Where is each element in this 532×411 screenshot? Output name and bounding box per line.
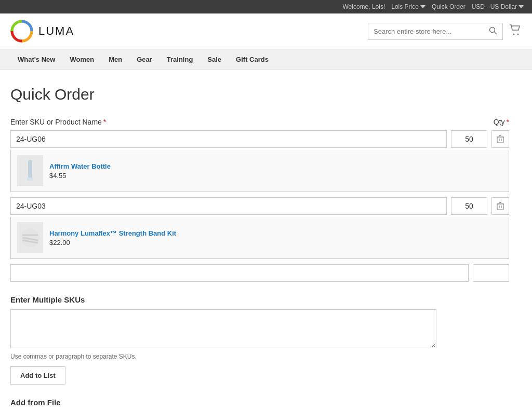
delete-row-2-button[interactable] <box>491 197 509 215</box>
welcome-text: Welcome, Lois! <box>342 3 385 10</box>
sku-row-3 <box>10 264 509 282</box>
file-section-label: Add from File <box>10 398 509 407</box>
top-bar: Welcome, Lois! Lois Price Quick Order US… <box>0 0 532 13</box>
nav-item-gear[interactable]: Gear <box>129 49 159 70</box>
svg-rect-11 <box>27 177 33 181</box>
product-name-link-2[interactable]: Harmony Lumaflex™ Strength Band Kit <box>49 229 176 237</box>
cart-icon[interactable] <box>509 24 522 38</box>
svg-point-3 <box>513 33 515 35</box>
svg-rect-10 <box>28 160 32 179</box>
header-right <box>368 23 522 40</box>
user-dropdown[interactable]: Lois Price <box>391 3 425 10</box>
logo[interactable]: LUMA <box>10 20 74 43</box>
nav-item-gift-cards[interactable]: Gift Cards <box>229 49 276 70</box>
add-to-list-button[interactable]: Add to List <box>10 366 65 385</box>
sku-input-1[interactable] <box>10 130 447 148</box>
product-price-1: $4.55 <box>49 172 111 180</box>
svg-point-1 <box>490 27 495 32</box>
trash-icon <box>497 135 504 143</box>
qty-input-3[interactable] <box>473 264 509 282</box>
luma-logo-icon <box>10 20 33 43</box>
product-price-2: $22.00 <box>49 239 176 246</box>
qty-label: Qty* <box>494 118 509 126</box>
nav-item-training[interactable]: Training <box>159 49 201 70</box>
sku-row-2 <box>10 197 509 215</box>
product-info-2: Harmony Lumaflex™ Strength Band Kit $22.… <box>49 229 176 246</box>
sku-input-3[interactable] <box>10 264 469 282</box>
header: LUMA <box>0 13 532 49</box>
qty-input-2[interactable] <box>451 197 487 215</box>
product-suggestion-1: Affirm Water Bottle $4.55 <box>10 150 509 192</box>
nav-item-whats-new[interactable]: What's New <box>10 49 62 70</box>
sku-block-2: Harmony Lumaflex™ Strength Band Kit $22.… <box>10 197 509 259</box>
sku-label: Enter SKU or Product Name* <box>10 118 106 126</box>
svg-line-2 <box>495 32 497 34</box>
nav-item-men[interactable]: Men <box>101 49 129 70</box>
product-thumb-1 <box>17 155 43 186</box>
search-icon[interactable] <box>489 26 497 36</box>
multi-sku-hint: Use commas or paragraph to separate SKUs… <box>10 353 509 360</box>
multi-sku-textarea[interactable] <box>10 309 436 348</box>
trash-icon-2 <box>497 202 504 210</box>
main-content: Quick Order Enter SKU or Product Name* Q… <box>0 70 520 411</box>
main-nav: What's New Women Men Gear Training Sale … <box>0 49 532 70</box>
search-input[interactable] <box>374 28 489 35</box>
sku-input-2[interactable] <box>10 197 447 215</box>
page-title: Quick Order <box>10 86 509 103</box>
quick-order-link[interactable]: Quick Order <box>432 3 466 10</box>
qty-input-1[interactable] <box>451 130 487 148</box>
logo-text: LUMA <box>38 24 74 38</box>
sku-row-1 <box>10 130 509 148</box>
currency-dropdown[interactable]: USD - US Dollar <box>472 3 524 10</box>
delete-row-1-button[interactable] <box>491 130 509 148</box>
search-box[interactable] <box>368 23 503 40</box>
product-name-link-1[interactable]: Affirm Water Bottle <box>49 162 111 170</box>
multi-sku-label: Enter Multiple SKUs <box>10 295 509 304</box>
product-info-1: Affirm Water Bottle $4.55 <box>49 162 111 180</box>
product-suggestion-2: Harmony Lumaflex™ Strength Band Kit $22.… <box>10 217 509 259</box>
sku-block-1: Affirm Water Bottle $4.55 <box>10 130 509 192</box>
svg-rect-12 <box>497 204 503 210</box>
product-thumb-2 <box>17 222 43 253</box>
svg-rect-5 <box>497 137 503 143</box>
file-section: Add from File File must be in .csv forma… <box>10 398 509 411</box>
svg-point-4 <box>517 33 519 35</box>
nav-item-women[interactable]: Women <box>62 49 101 70</box>
nav-item-sale[interactable]: Sale <box>200 49 229 70</box>
sku-header-row: Enter SKU or Product Name* Qty* <box>10 118 509 126</box>
